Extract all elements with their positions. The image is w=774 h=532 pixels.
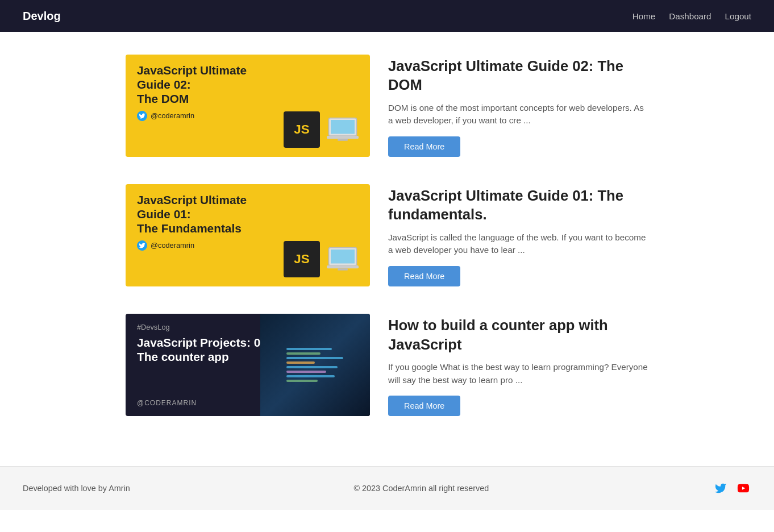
laptop-icon xyxy=(327,246,359,277)
read-more-button[interactable]: Read More xyxy=(388,396,460,416)
svg-rect-3 xyxy=(338,139,348,141)
code-line xyxy=(286,361,315,364)
article-thumbnail: JavaScript Ultimate Guide 02:The DOM @co… xyxy=(126,55,370,157)
youtube-social-icon[interactable] xyxy=(735,480,751,496)
thumb-icons: JS xyxy=(284,241,359,277)
code-lines xyxy=(286,348,343,382)
thumbnail-yellow: JavaScript Ultimate Guide 01:The Fundame… xyxy=(126,184,370,286)
thumbnail-yellow: JavaScript Ultimate Guide 02:The DOM @co… xyxy=(126,55,370,157)
article-excerpt: If you google What is the best way to le… xyxy=(388,361,648,387)
nav-dashboard[interactable]: Dashboard xyxy=(669,11,711,21)
article-title: How to build a counter app with JavaScri… xyxy=(388,316,648,354)
svg-rect-5 xyxy=(331,250,355,264)
footer-center-text: © 2023 CoderAmrin all right reserved xyxy=(354,484,489,493)
article-info: How to build a counter app with JavaScri… xyxy=(388,314,648,416)
code-line xyxy=(286,371,326,373)
article-card: #DevsLog JavaScript Projects: 01The coun… xyxy=(126,314,648,416)
svg-rect-2 xyxy=(327,136,359,139)
article-card: JavaScript Ultimate Guide 01:The Fundame… xyxy=(126,184,648,286)
read-more-button[interactable]: Read More xyxy=(388,266,460,286)
thumb-icons: JS xyxy=(284,111,359,148)
code-line xyxy=(286,348,332,350)
nav-home[interactable]: Home xyxy=(632,11,656,21)
code-line xyxy=(286,352,321,355)
thumb-title-dark: JavaScript Projects: 01The counter app xyxy=(137,336,281,364)
article-info: JavaScript Ultimate Guide 02: The DOM DO… xyxy=(388,55,648,157)
twitter-social-icon[interactable] xyxy=(713,480,729,496)
footer-social-links xyxy=(713,480,751,496)
laptop-icon xyxy=(327,116,359,148)
svg-rect-6 xyxy=(327,265,359,268)
brand-logo[interactable]: Devlog xyxy=(23,10,61,23)
code-line xyxy=(286,380,318,382)
svg-rect-1 xyxy=(331,120,355,134)
thumb-title: JavaScript Ultimate Guide 01:The Fundame… xyxy=(137,193,259,236)
nav-logout[interactable]: Logout xyxy=(725,11,751,21)
handle-text: @coderamrin xyxy=(151,241,194,250)
article-info: JavaScript Ultimate Guide 01: The fundam… xyxy=(388,184,648,286)
js-logo-icon: JS xyxy=(284,241,320,277)
code-line xyxy=(286,357,343,359)
article-excerpt: JavaScript is called the language of the… xyxy=(388,231,648,257)
twitter-bird-icon xyxy=(137,240,147,251)
article-thumbnail: #DevsLog JavaScript Projects: 01The coun… xyxy=(126,314,370,416)
thumb-title: JavaScript Ultimate Guide 02:The DOM xyxy=(137,64,259,106)
code-line xyxy=(286,375,335,377)
article-card: JavaScript Ultimate Guide 02:The DOM @co… xyxy=(126,55,648,157)
navbar: Devlog Home Dashboard Logout xyxy=(0,0,774,32)
article-thumbnail: JavaScript Ultimate Guide 01:The Fundame… xyxy=(126,184,370,286)
js-logo-icon: JS xyxy=(284,111,320,148)
handle-text: @coderamrin xyxy=(151,111,194,120)
footer-left-text: Developed with love by Amrin xyxy=(23,484,130,493)
svg-rect-7 xyxy=(338,268,348,271)
article-excerpt: DOM is one of the most important concept… xyxy=(388,102,648,128)
thumbnail-dark: #DevsLog JavaScript Projects: 01The coun… xyxy=(126,314,370,416)
footer: Developed with love by Amrin © 2023 Code… xyxy=(0,466,774,510)
article-title: JavaScript Ultimate Guide 01: The fundam… xyxy=(388,186,648,225)
article-title: JavaScript Ultimate Guide 02: The DOM xyxy=(388,57,648,95)
code-background xyxy=(260,314,371,416)
main-content: JavaScript Ultimate Guide 02:The DOM @co… xyxy=(114,32,660,466)
code-line xyxy=(286,366,338,368)
nav-links: Home Dashboard Logout xyxy=(632,11,751,21)
read-more-button[interactable]: Read More xyxy=(388,136,460,157)
twitter-bird-icon xyxy=(137,111,147,121)
